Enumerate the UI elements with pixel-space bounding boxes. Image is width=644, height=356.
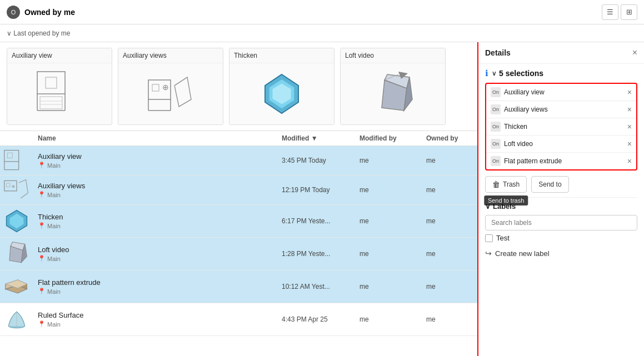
close-button[interactable]: × xyxy=(632,48,637,58)
svg-rect-22 xyxy=(4,151,19,162)
labels-collapse-icon: ∨ xyxy=(485,202,491,210)
trash-label: Trash xyxy=(503,180,520,188)
row-modified: 1:28 PM Yeste... xyxy=(277,247,355,261)
row-name-cell: Thicken 📍 Main xyxy=(33,209,277,233)
table-row[interactable]: ⊕ Auxiliary views 📍 Main 12:19 PM Today … xyxy=(0,176,477,205)
details-panel: Details × ℹ ∨ 5 selections On Auxiliary … xyxy=(477,42,644,356)
info-icon: ℹ xyxy=(485,68,488,78)
row-modified-by: me xyxy=(355,312,422,327)
selection-item: On Loft video × xyxy=(486,136,636,153)
selections-collapse-icon[interactable]: ∨ xyxy=(492,69,497,77)
panel-header: Details × xyxy=(478,42,644,64)
send-to-button[interactable]: Send to xyxy=(531,176,568,193)
selection-list: On Auxiliary view × On Auxiliary views ×… xyxy=(485,83,637,171)
selection-item: On Auxiliary views × xyxy=(486,101,636,118)
branch-icon: 📍 xyxy=(38,255,46,262)
sel-item-name: Auxiliary view xyxy=(504,88,545,96)
row-modified-by: me xyxy=(355,279,422,294)
selections-title: 5 selections xyxy=(499,69,543,78)
labels-header[interactable]: ∨ Labels xyxy=(485,202,637,210)
item-branch: 📍 Main xyxy=(38,255,273,262)
branch-icon: 📍 xyxy=(38,222,46,229)
thumb-card-img: ⊕ xyxy=(118,63,223,124)
grid-view-button[interactable]: ⊞ xyxy=(621,4,637,20)
table-section: Name Modified ▼ Modified by Owned by xyxy=(0,131,477,356)
thumb-card-auxiliary-views[interactable]: Auxiliary views ⊕ xyxy=(118,48,223,125)
table-row[interactable]: Auxiliary view 📍 Main 3:45 PM Today me m… xyxy=(0,146,477,176)
col-owned-by: Owned by xyxy=(422,134,477,142)
row-owned-by: me xyxy=(422,153,477,168)
selection-item: On Flat pattern extrude × xyxy=(486,153,636,169)
search-labels-input[interactable] xyxy=(485,215,637,230)
thumb-card-auxiliary-view[interactable]: Auxiliary view xyxy=(7,48,112,125)
svg-text:⊕: ⊕ xyxy=(162,83,169,92)
sel-item-name: Loft video xyxy=(504,140,533,148)
auxiliary-views-thumb-svg: ⊕ xyxy=(146,69,196,119)
table-row[interactable]: Thicken 📍 Main 6:17 PM Yeste... me me xyxy=(0,205,477,238)
thumb-card-title: Thicken xyxy=(229,48,334,63)
thumb-card-loft-video[interactable]: Loft video xyxy=(340,48,446,125)
remove-selection-button[interactable]: × xyxy=(627,157,632,166)
col-name[interactable]: Name xyxy=(33,134,277,142)
row-owned-by: me xyxy=(422,279,477,294)
table-row[interactable]: Flat pattern extrude 📍 Main 10:12 AM Yes… xyxy=(0,270,477,303)
main-content: Auxiliary view Auxiliary vi xyxy=(0,42,644,356)
table-header: Name Modified ▼ Modified by Owned by xyxy=(0,131,477,146)
row-name-cell: Flat pattern extrude 📍 Main xyxy=(33,275,277,298)
remove-selection-button[interactable]: × xyxy=(627,88,632,97)
col-modified[interactable]: Modified ▼ xyxy=(277,134,355,142)
top-bar-left: O Owned by me xyxy=(7,6,75,19)
item-branch: 📍 Main xyxy=(38,222,273,229)
row-thumb xyxy=(0,303,33,335)
row-modified: 12:19 PM Today xyxy=(277,183,355,197)
row-owned-by: me xyxy=(422,247,477,261)
row-owned-by: me xyxy=(422,214,477,228)
col-thumb xyxy=(0,134,33,142)
sel-item-name: Thicken xyxy=(504,123,527,131)
trash-button[interactable]: 🗑 Trash Send to trash xyxy=(485,176,527,193)
svg-text:⊕: ⊕ xyxy=(12,184,15,189)
item-branch: 📍 Main xyxy=(38,162,273,169)
table-row[interactable]: Ruled Surface 📍 Main 4:43 PM Apr 25 me m… xyxy=(0,303,477,336)
item-name: Flat pattern extrude xyxy=(38,278,273,287)
selection-item: On Auxiliary view × xyxy=(486,84,636,101)
svg-rect-0 xyxy=(37,72,65,94)
row-thumb xyxy=(0,270,33,303)
svg-rect-23 xyxy=(7,153,12,158)
thumb-card-thicken[interactable]: Thicken xyxy=(229,48,335,125)
row-modified: 3:45 PM Today xyxy=(277,153,355,168)
create-label-button[interactable]: ↪ Create new label xyxy=(485,245,637,261)
sel-doc-icon: On xyxy=(491,104,501,114)
row-owned-by: me xyxy=(422,312,477,327)
row-modified-by: me xyxy=(355,183,422,197)
row-thumb xyxy=(0,238,33,270)
table-row[interactable]: Loft video 📍 Main 1:28 PM Yeste... me me xyxy=(0,238,477,270)
list-view-button[interactable]: ☰ xyxy=(602,4,618,20)
remove-selection-button[interactable]: × xyxy=(627,105,632,114)
view-toggles: ☰ ⊞ xyxy=(602,4,637,20)
labels-title: Labels xyxy=(493,202,516,210)
selection-item: On Thicken × xyxy=(486,118,636,136)
label-name-test: Test xyxy=(496,234,510,242)
sel-item-name: Auxiliary views xyxy=(504,106,548,113)
row-name-cell: Auxiliary view 📍 Main xyxy=(33,149,277,172)
thumb-card-img xyxy=(341,63,445,124)
label-item-test: Test xyxy=(485,230,637,245)
remove-selection-button[interactable]: × xyxy=(627,139,632,148)
remove-selection-button[interactable]: × xyxy=(627,122,632,131)
svg-rect-9 xyxy=(152,84,159,91)
sub-bar-label: ∨ Last opened by me xyxy=(7,29,70,37)
thumb-card-title: Auxiliary view xyxy=(7,48,112,63)
labels-section: ∨ Labels Test ↪ Create new label xyxy=(485,202,637,261)
item-branch: 📍 Main xyxy=(38,320,273,328)
avatar: O xyxy=(7,6,20,19)
row-name-cell: Ruled Surface 📍 Main xyxy=(33,308,277,331)
svg-rect-1 xyxy=(46,77,57,88)
left-panel: Auxiliary view Auxiliary vi xyxy=(0,42,477,356)
sub-bar: ∨ Last opened by me xyxy=(0,24,644,42)
branch-icon: 📍 xyxy=(38,320,46,328)
item-branch: 📍 Main xyxy=(38,191,273,198)
page-title: Owned by me xyxy=(24,8,75,17)
label-checkbox-test[interactable] xyxy=(485,234,493,242)
item-name: Ruled Surface xyxy=(38,311,273,319)
